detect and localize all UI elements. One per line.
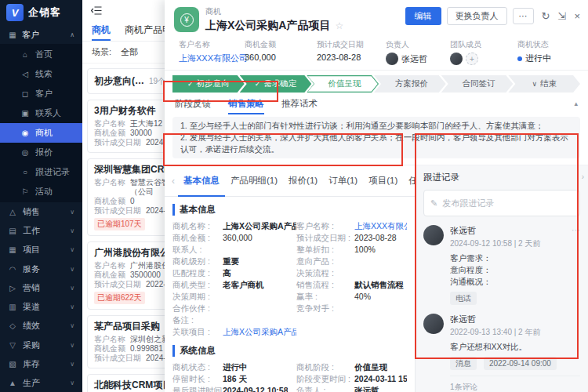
sidebar-item[interactable]: ⚐ 活动 — [0, 182, 82, 201]
stage-step[interactable]: 方案报价 — [374, 75, 446, 93]
marketing-icon: ▷ — [8, 284, 17, 292]
field-label: 合作伙伴 : — [172, 303, 223, 314]
stage-step[interactable]: ✓ 初步意向 — [172, 75, 245, 93]
field-label: 决策周期 : — [172, 291, 223, 303]
sidebar-group[interactable]: ▷ 营销 ∨ — [0, 278, 82, 297]
production-icon: ▲ — [8, 379, 17, 387]
check-icon: ∨ — [532, 80, 537, 88]
sidebar-group[interactable]: ◠ 服务 ∨ — [0, 260, 82, 278]
overdue-badge: 已逾期107天 — [94, 218, 145, 230]
sidebar-item[interactable]: ◁ 线索 — [0, 64, 82, 84]
detail-tab[interactable]: 订单(1) — [323, 165, 363, 197]
sidebar-group[interactable]: ▲ 生产 ∨ — [0, 374, 82, 392]
field-label: 意向产品 : — [296, 256, 354, 267]
edit-button[interactable]: 编辑 — [405, 7, 441, 25]
collapse-menu-icon[interactable] — [91, 7, 102, 16]
stage-step-label: 合同签订 — [463, 78, 495, 89]
stage-info-tab[interactable]: 阶段反馈 — [175, 98, 211, 114]
stage-step[interactable]: 合同签订 — [441, 75, 514, 93]
detail-tab[interactable]: 报价(1) — [283, 165, 323, 197]
card-field-label: 客户名称 — [94, 261, 125, 270]
entry-more-icon[interactable]: ⋯ — [572, 225, 580, 235]
activity-icon: ⚐ — [20, 187, 30, 196]
sidebar-group-label: 客户 — [22, 29, 39, 41]
customer-link[interactable]: 上海XXX有限公司 — [179, 53, 240, 64]
avatar — [423, 314, 444, 334]
stage-step[interactable]: 价值呈现 — [307, 75, 379, 93]
sidebar-group[interactable]: ▤ 工作 ∨ — [0, 221, 82, 240]
field-value: 老客户商机 — [223, 279, 264, 291]
work-icon: ▤ — [8, 227, 17, 235]
app-logo[interactable]: V 企销客 — [0, 0, 82, 25]
follow-composer-input[interactable] — [442, 198, 573, 208]
stage-step-label: 初步意向 — [197, 78, 230, 89]
follow-schedule-tag: 2022-09-14 09:00 — [484, 357, 557, 370]
detail-tab[interactable]: 任务(3) — [403, 165, 416, 197]
add-member-button[interactable]: + — [466, 53, 478, 65]
scroll-left-icon[interactable]: ‹ — [169, 176, 178, 187]
sales-icon: △ — [8, 208, 17, 216]
strategy-line: 2. 发展与经手人士的关系，深入并扩大其他人的客户关系；在一段时间内，客户领导及… — [180, 132, 572, 155]
card-amount: 0.999881 — [130, 344, 163, 354]
list-tab[interactable]: 商机 — [92, 19, 111, 41]
more-actions-button[interactable]: ⋯ — [513, 8, 534, 24]
detail-tab[interactable]: 项目(1) — [363, 165, 403, 197]
sidebar-group[interactable]: ▥ 渠道 ∨ — [0, 297, 82, 316]
field-label: 商机状态 : — [172, 361, 223, 373]
chevron-down-icon: ∨ — [70, 285, 74, 292]
card-field-label: 商机金额 — [94, 344, 125, 354]
stage-step-label: 价值呈现 — [328, 78, 361, 89]
refresh-icon[interactable]: ↻ — [542, 10, 550, 22]
chevron-down-icon: ∨ — [70, 361, 74, 368]
sidebar-item[interactable]: ○ 跟进记录 — [0, 162, 82, 182]
detail-tab[interactable]: 产品明细(1) — [225, 165, 283, 197]
follow-type-tag: 消息 — [450, 357, 477, 370]
sidebar-item[interactable]: ◎ 报价 — [0, 143, 82, 162]
sidebar-item[interactable]: ▣ 联系人 — [0, 103, 82, 123]
sidebar-group[interactable]: ◇ 绩效 ∨ — [0, 317, 82, 336]
section-title-system-info: 系统信息 — [172, 345, 407, 357]
expand-icon[interactable]: ⇲ — [558, 10, 567, 22]
sidebar-item[interactable]: ◉ 商机 — [0, 123, 82, 143]
field-label: 预计成交日期 : — [296, 232, 354, 244]
entry-timestamp: 2022-09-13 13:40 | 2 年前 — [450, 327, 540, 338]
field-label: 整单折扣 : — [296, 244, 354, 256]
close-icon[interactable]: × — [574, 10, 580, 22]
field-value: 上海XXX有限公司 — [354, 220, 407, 232]
avatar — [386, 53, 398, 65]
sidebar-group[interactable]: △ 销售 ∨ — [0, 202, 82, 221]
change-owner-button[interactable]: 更换负责人 — [447, 7, 507, 25]
follow-entry: 张远哲 2022-09-13 13:40 | 2 年前 客户还想和XX对比。 消… — [423, 314, 580, 392]
sidebar-group[interactable]: ▽ 采购 ∨ — [0, 336, 82, 354]
field-value: 进行中 — [223, 361, 248, 373]
sidebar-group-label: 项目 — [23, 244, 40, 256]
field-value: 高 — [223, 267, 231, 279]
sidebar-group-label: 库存 — [23, 358, 40, 370]
field-label: 阶段变更时间 : — [296, 373, 354, 385]
collapse-right-panel-icon[interactable]: › — [582, 172, 584, 181]
chevron-up-icon: ∧ — [70, 31, 74, 38]
card-field-label: 商机金额 — [94, 129, 125, 138]
sidebar-item[interactable]: ◻ 客户 — [0, 84, 82, 103]
status-badge: 进行中 — [525, 53, 551, 64]
stage-info-tab[interactable]: 销售策略 — [228, 98, 264, 114]
stage-step[interactable]: ∨ 结束 — [508, 75, 580, 93]
field-label — [296, 314, 354, 326]
collapse-panel-icon[interactable]: ▴ — [574, 100, 578, 107]
card-field-label: 预计成交日期 — [94, 138, 141, 147]
sidebar-group-customer[interactable]: ▦ 客户 ∧ — [0, 25, 82, 44]
field-value: 360,000 — [223, 232, 252, 244]
card-field-label: 客户名称 — [94, 178, 125, 187]
field-value: 张远哲 — [354, 385, 379, 392]
scene-select[interactable]: 全部 — [121, 46, 138, 58]
sidebar-item[interactable]: ⌂ 首页 — [0, 45, 82, 64]
customer-group-icon: ▦ — [8, 31, 17, 39]
detail-tab[interactable]: 基本信息 — [178, 165, 225, 197]
field-label: 商机名称 : — [172, 220, 223, 232]
follow-composer[interactable]: ✎ — [423, 190, 580, 216]
sidebar-group[interactable]: ▧ 库存 ∨ — [0, 354, 82, 373]
stage-step[interactable]: ✓ 需求确定 — [240, 75, 312, 93]
star-icon[interactable]: ☆ — [335, 20, 343, 31]
sidebar-group[interactable]: ▦ 项目 ∨ — [0, 241, 82, 260]
stage-info-tab[interactable]: 推荐话术 — [281, 98, 318, 114]
